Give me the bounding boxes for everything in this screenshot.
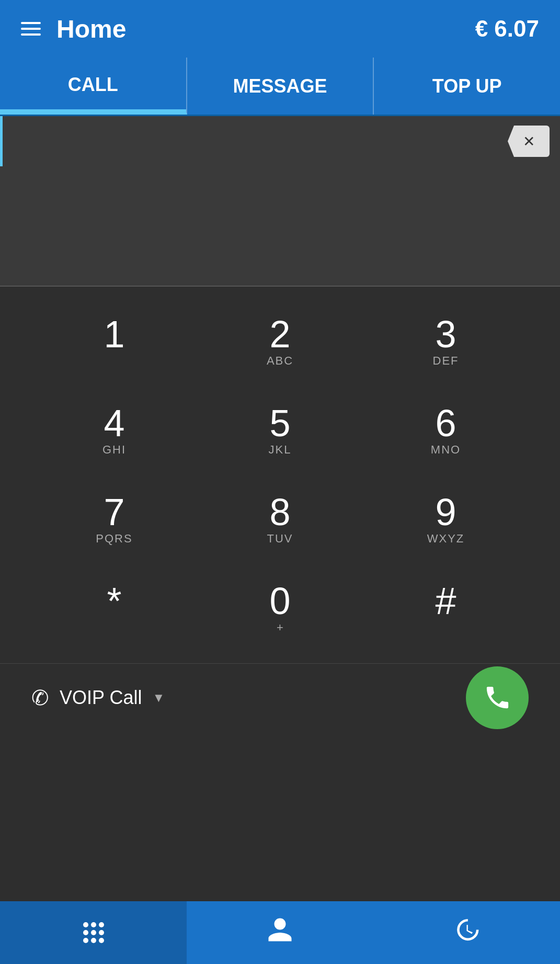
balance-display: € 6.07 (475, 16, 539, 42)
key-0[interactable]: 0 + (197, 564, 363, 653)
phone-icon: ✆ (31, 686, 49, 710)
call-bar: ✆ VOIP Call ▼ (0, 663, 560, 731)
dialpad-grid-icon (83, 922, 104, 943)
header: Home € 6.07 (0, 0, 560, 58)
key-3[interactable]: 3 DEF (363, 297, 529, 386)
tabs-bar: CALL MESSAGE TOP UP (0, 58, 560, 116)
key-1[interactable]: 1 (31, 297, 197, 386)
tab-message[interactable]: MESSAGE (187, 58, 374, 115)
call-type-label: VOIP Call (60, 687, 142, 709)
key-7[interactable]: 7 PQRS (31, 475, 197, 564)
contact-suggestion-area (0, 166, 560, 287)
dropdown-arrow-icon: ▼ (152, 690, 165, 705)
call-button-icon (483, 683, 512, 712)
phone-input[interactable] (13, 126, 508, 157)
key-8[interactable]: 8 TUV (197, 475, 363, 564)
menu-icon[interactable] (21, 22, 41, 36)
key-4[interactable]: 4 GHI (31, 386, 197, 475)
key-6[interactable]: 6 MNO (363, 386, 529, 475)
tab-call[interactable]: CALL (0, 58, 187, 115)
tab-topup[interactable]: TOP UP (374, 58, 560, 115)
header-title: Home (56, 15, 126, 43)
call-button[interactable] (466, 666, 529, 729)
keypad: 1 2 ABC 3 DEF 4 GHI 5 JKL 6 MNO 7 PQRS 8… (0, 287, 560, 663)
history-icon (452, 915, 481, 950)
contacts-icon (266, 915, 294, 950)
key-star[interactable]: * (31, 564, 197, 653)
phone-input-area: ✕ (0, 116, 560, 166)
call-type-selector[interactable]: ✆ VOIP Call ▼ (31, 686, 165, 710)
backspace-button[interactable]: ✕ (508, 126, 550, 157)
key-5[interactable]: 5 JKL (197, 386, 363, 475)
header-left: Home (21, 15, 126, 43)
key-hash[interactable]: # (363, 564, 529, 653)
key-9[interactable]: 9 WXYZ (363, 475, 529, 564)
bottom-navigation (0, 901, 560, 964)
nav-contacts[interactable] (187, 901, 373, 964)
key-2[interactable]: 2 ABC (197, 297, 363, 386)
nav-history[interactable] (373, 901, 560, 964)
nav-dialpad[interactable] (0, 901, 187, 964)
